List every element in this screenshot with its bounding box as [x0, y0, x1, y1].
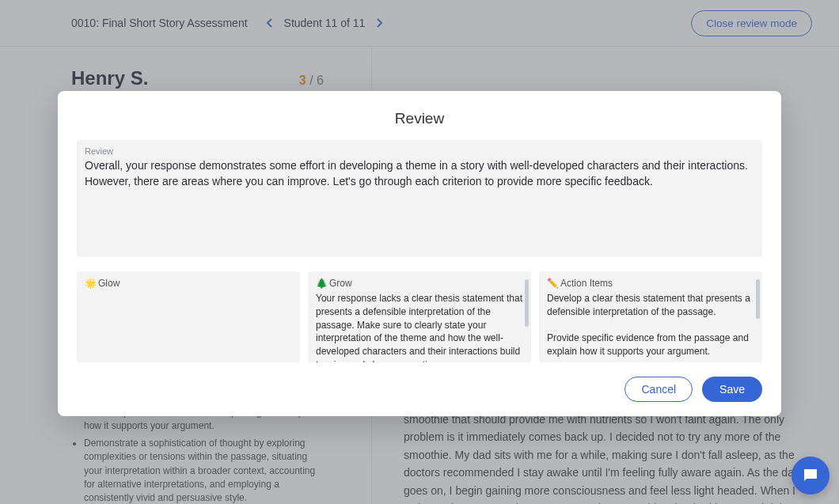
review-field-label: Review [85, 146, 754, 156]
grow-label: Grow [329, 278, 352, 289]
action-items-label: Action Items [560, 278, 613, 289]
scrollbar[interactable] [756, 279, 760, 319]
chat-icon [801, 466, 820, 485]
action-items-textarea[interactable]: Develop a clear thesis statement that pr… [547, 292, 754, 362]
action-items-field[interactable]: ✏️Action Items Develop a clear thesis st… [539, 271, 762, 362]
grow-field[interactable]: 🌲Grow Your response lacks a clear thesis… [308, 271, 531, 362]
help-chat-button[interactable] [792, 457, 830, 495]
grow-emoji-icon: 🌲 [316, 278, 328, 289]
glow-emoji-icon: 🌟 [85, 278, 97, 289]
action-emoji-icon: ✏️ [547, 278, 559, 289]
scrollbar[interactable] [525, 279, 529, 327]
cancel-button[interactable]: Cancel [625, 377, 693, 402]
grow-textarea[interactable]: Your response lacks a clear thesis state… [316, 292, 523, 362]
review-field[interactable]: Review Overall, your response demonstrat… [77, 140, 762, 257]
review-modal: Review Review Overall, your response dem… [58, 91, 781, 416]
glow-field[interactable]: 🌟Glow [77, 271, 300, 362]
glow-label: Glow [98, 278, 120, 289]
save-button[interactable]: Save [702, 377, 762, 402]
review-textarea[interactable]: Overall, your response demonstrates some… [85, 157, 754, 190]
glow-textarea[interactable] [85, 292, 292, 305]
modal-title: Review [77, 110, 762, 127]
